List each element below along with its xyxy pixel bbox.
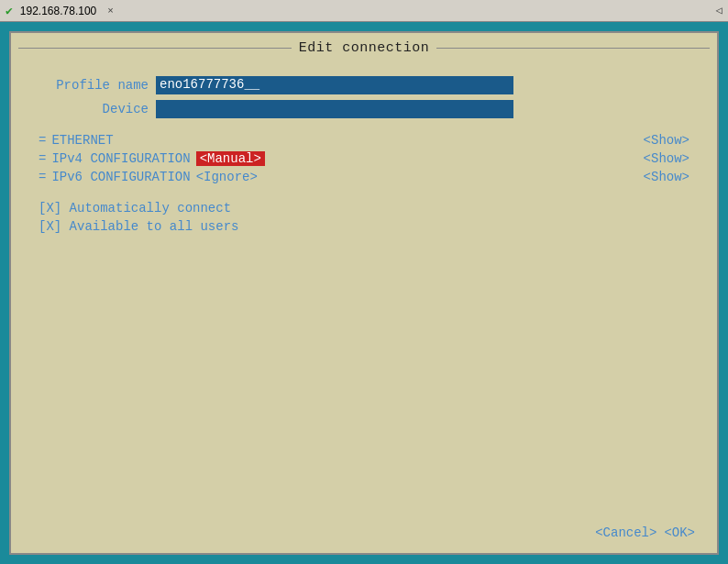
ipv4-show-button[interactable]: <Show> (644, 151, 689, 166)
arrow-icon: ◁ (716, 4, 722, 17)
auto-connect-checkbox[interactable]: [X] (39, 201, 70, 216)
title-bar: ✔ 192.168.78.100 × ◁ (0, 0, 728, 22)
device-label: Device (39, 102, 149, 116)
profile-name-label: Profile name (39, 78, 149, 93)
all-users-label: Available to all users (70, 219, 239, 234)
ipv6-value-button[interactable]: <Ignore> (196, 170, 258, 184)
profile-name-row: Profile name eno16777736__ (39, 76, 689, 94)
ethernet-label: ETHERNET (51, 133, 113, 148)
dialog-title-bar: Edit connection (11, 33, 717, 61)
ethernet-section-row: = ETHERNET <Show> (39, 133, 689, 148)
edit-connection-dialog: Edit connection Profile name eno16777736… (9, 31, 719, 555)
ethernet-eq: = (39, 133, 46, 148)
close-tab-button[interactable]: × (107, 6, 114, 17)
all-users-checkbox-row: [X] Available to all users (39, 219, 689, 234)
auto-connect-label: Automatically connect (70, 201, 231, 216)
title-bar-ip: 192.168.78.100 (20, 5, 96, 17)
device-input[interactable] (156, 100, 513, 118)
ipv4-value-button[interactable]: <Manual> (196, 151, 265, 166)
dialog-body: Profile name eno16777736__ Device = ETHE… (11, 61, 717, 252)
favicon-icon: ✔ (6, 4, 13, 18)
dialog-footer: <Cancel> <OK> (595, 525, 695, 540)
cancel-button[interactable]: <Cancel> (595, 525, 656, 540)
auto-connect-checkbox-row: [X] Automatically connect (39, 201, 689, 216)
ipv6-section-row: = IPv6 CONFIGURATION <Ignore> <Show> (39, 170, 689, 184)
all-users-checkbox[interactable]: [X] (39, 219, 70, 234)
ok-button[interactable]: <OK> (664, 525, 695, 540)
ipv4-eq: = (39, 151, 46, 166)
ipv6-eq: = (39, 170, 46, 184)
main-area: Edit connection Profile name eno16777736… (0, 22, 728, 564)
ipv6-label: IPv6 CONFIGURATION (51, 170, 190, 184)
profile-name-input[interactable]: eno16777736__ (156, 76, 513, 94)
dialog-title: Edit connection (299, 40, 430, 56)
ethernet-show-button[interactable]: <Show> (644, 133, 689, 148)
ipv6-show-button[interactable]: <Show> (644, 170, 689, 184)
device-row: Device (39, 100, 689, 118)
ipv4-label: IPv4 CONFIGURATION (51, 151, 190, 166)
ipv4-section-row: = IPv4 CONFIGURATION <Manual> <Show> (39, 151, 689, 166)
